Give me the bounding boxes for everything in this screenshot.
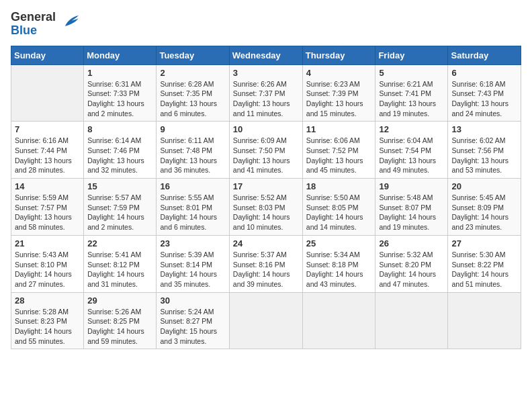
sunset-text: Sunset: 8:23 PM [15,317,67,325]
sunset-text: Sunset: 7:37 PM [233,89,285,97]
page-header: General Blue [11,11,521,38]
sunrise-text: Sunrise: 5:52 AM [233,193,287,201]
day-cell: 30 Sunrise: 5:24 AM Sunset: 8:27 PM Dayl… [157,292,229,349]
day-info: Sunrise: 5:48 AM Sunset: 8:07 PM Dayligh… [379,193,444,232]
sunrise-text: Sunrise: 5:50 AM [306,193,360,201]
day-number: 13 [451,124,517,134]
sunset-text: Sunset: 7:43 PM [451,89,504,97]
daylight-text: Daylight: 15 hours and 3 minutes. [160,327,217,345]
daylight-text: Daylight: 13 hours and 28 minutes. [15,156,72,175]
day-info: Sunrise: 6:06 AM Sunset: 7:52 PM Dayligh… [306,136,372,175]
sunrise-text: Sunrise: 5:34 AM [306,250,360,259]
day-cell: 14 Sunrise: 5:59 AM Sunset: 7:57 PM Dayl… [11,179,84,236]
day-number: 21 [15,238,80,248]
sunrise-text: Sunrise: 5:48 AM [379,193,433,201]
day-cell: 11 Sunrise: 6:06 AM Sunset: 7:52 PM Dayl… [302,122,375,179]
daylight-text: Daylight: 13 hours and 19 minutes. [379,99,436,118]
day-info: Sunrise: 6:04 AM Sunset: 7:54 PM Dayligh… [379,136,444,175]
sunset-text: Sunset: 7:46 PM [87,146,140,154]
sunset-text: Sunset: 8:16 PM [233,261,285,269]
day-number: 22 [87,238,152,248]
day-number: 30 [160,295,225,306]
daylight-text: Daylight: 13 hours and 58 minutes. [15,213,72,231]
day-cell: 6 Sunrise: 6:18 AM Sunset: 7:43 PM Dayli… [448,64,521,122]
day-info: Sunrise: 6:28 AM Sunset: 7:35 PM Dayligh… [160,79,225,119]
day-number: 7 [15,124,80,134]
header-saturday: Saturday [448,46,521,64]
day-cell: 24 Sunrise: 5:37 AM Sunset: 8:16 PM Dayl… [229,235,302,292]
day-info: Sunrise: 5:32 AM Sunset: 8:20 PM Dayligh… [379,250,444,289]
day-number: 4 [306,68,372,78]
daylight-text: Daylight: 13 hours and 41 minutes. [233,156,290,175]
day-cell: 18 Sunrise: 5:50 AM Sunset: 8:05 PM Dayl… [302,179,375,236]
sunset-text: Sunset: 8:27 PM [160,317,212,325]
day-cell: 3 Sunrise: 6:26 AM Sunset: 7:37 PM Dayli… [229,64,302,122]
daylight-text: Daylight: 13 hours and 6 minutes. [160,99,217,118]
daylight-text: Daylight: 14 hours and 27 minutes. [15,270,72,288]
daylight-text: Daylight: 14 hours and 47 minutes. [379,270,436,288]
logo-bird-icon [60,11,80,32]
sunset-text: Sunset: 7:33 PM [87,89,140,97]
day-cell [11,64,84,122]
sunrise-text: Sunrise: 6:11 AM [160,136,214,144]
daylight-text: Daylight: 13 hours and 24 minutes. [451,99,508,118]
sunset-text: Sunset: 7:35 PM [160,89,212,97]
sunrise-text: Sunrise: 6:28 AM [160,80,214,88]
day-cell [448,292,521,349]
day-info: Sunrise: 5:52 AM Sunset: 8:03 PM Dayligh… [233,193,299,232]
sunrise-text: Sunrise: 5:41 AM [87,250,141,259]
day-info: Sunrise: 6:31 AM Sunset: 7:33 PM Dayligh… [87,79,152,119]
sunrise-text: Sunrise: 5:45 AM [451,193,505,201]
day-cell: 8 Sunrise: 6:14 AM Sunset: 7:46 PM Dayli… [84,122,157,179]
day-number: 20 [451,181,517,191]
sunrise-text: Sunrise: 5:57 AM [87,193,141,201]
day-info: Sunrise: 6:18 AM Sunset: 7:43 PM Dayligh… [451,79,517,119]
day-number: 15 [87,181,152,191]
day-cell: 10 Sunrise: 6:09 AM Sunset: 7:50 PM Dayl… [229,122,302,179]
day-number: 2 [160,68,225,78]
day-info: Sunrise: 6:16 AM Sunset: 7:44 PM Dayligh… [15,136,80,175]
day-info: Sunrise: 5:55 AM Sunset: 8:01 PM Dayligh… [160,193,225,232]
daylight-text: Daylight: 13 hours and 53 minutes. [451,156,508,175]
sunrise-text: Sunrise: 5:59 AM [15,193,69,201]
calendar-header-row: SundayMondayTuesdayWednesdayThursdayFrid… [11,46,521,64]
daylight-text: Daylight: 13 hours and 2 minutes. [87,99,144,118]
header-wednesday: Wednesday [229,46,302,64]
header-tuesday: Tuesday [157,46,229,64]
sunset-text: Sunset: 8:20 PM [379,261,431,269]
day-cell: 25 Sunrise: 5:34 AM Sunset: 8:18 PM Dayl… [302,235,375,292]
day-cell: 26 Sunrise: 5:32 AM Sunset: 8:20 PM Dayl… [375,235,448,292]
week-row-3: 14 Sunrise: 5:59 AM Sunset: 7:57 PM Dayl… [11,179,521,236]
sunset-text: Sunset: 8:22 PM [451,261,504,269]
day-cell: 28 Sunrise: 5:28 AM Sunset: 8:23 PM Dayl… [11,292,84,349]
daylight-text: Daylight: 13 hours and 11 minutes. [233,99,290,118]
sunset-text: Sunset: 7:48 PM [160,146,212,154]
sunrise-text: Sunrise: 5:39 AM [160,250,214,259]
header-sunday: Sunday [11,46,84,64]
daylight-text: Daylight: 14 hours and 51 minutes. [451,270,508,288]
sunset-text: Sunset: 7:57 PM [15,203,67,212]
daylight-text: Daylight: 13 hours and 32 minutes. [87,156,144,175]
day-number: 25 [306,238,372,248]
week-row-1: 1 Sunrise: 6:31 AM Sunset: 7:33 PM Dayli… [11,64,521,122]
day-number: 3 [233,68,299,78]
week-row-2: 7 Sunrise: 6:16 AM Sunset: 7:44 PM Dayli… [11,122,521,179]
daylight-text: Daylight: 14 hours and 6 minutes. [160,213,217,231]
day-number: 11 [306,124,372,134]
week-row-5: 28 Sunrise: 5:28 AM Sunset: 8:23 PM Dayl… [11,292,521,349]
daylight-text: Daylight: 14 hours and 19 minutes. [379,213,436,231]
sunset-text: Sunset: 7:54 PM [379,146,431,154]
day-info: Sunrise: 5:45 AM Sunset: 8:09 PM Dayligh… [451,193,517,232]
day-number: 9 [160,124,225,134]
daylight-text: Daylight: 14 hours and 55 minutes. [15,327,72,345]
day-info: Sunrise: 6:23 AM Sunset: 7:39 PM Dayligh… [306,79,372,119]
day-number: 29 [87,295,152,306]
day-info: Sunrise: 5:57 AM Sunset: 7:59 PM Dayligh… [87,193,152,232]
day-info: Sunrise: 6:02 AM Sunset: 7:56 PM Dayligh… [451,136,517,175]
sunrise-text: Sunrise: 6:26 AM [233,80,287,88]
sunset-text: Sunset: 8:10 PM [15,261,67,269]
sunset-text: Sunset: 8:14 PM [160,261,212,269]
day-cell: 7 Sunrise: 6:16 AM Sunset: 7:44 PM Dayli… [11,122,84,179]
sunrise-text: Sunrise: 5:32 AM [379,250,433,259]
day-cell: 2 Sunrise: 6:28 AM Sunset: 7:35 PM Dayli… [157,64,229,122]
